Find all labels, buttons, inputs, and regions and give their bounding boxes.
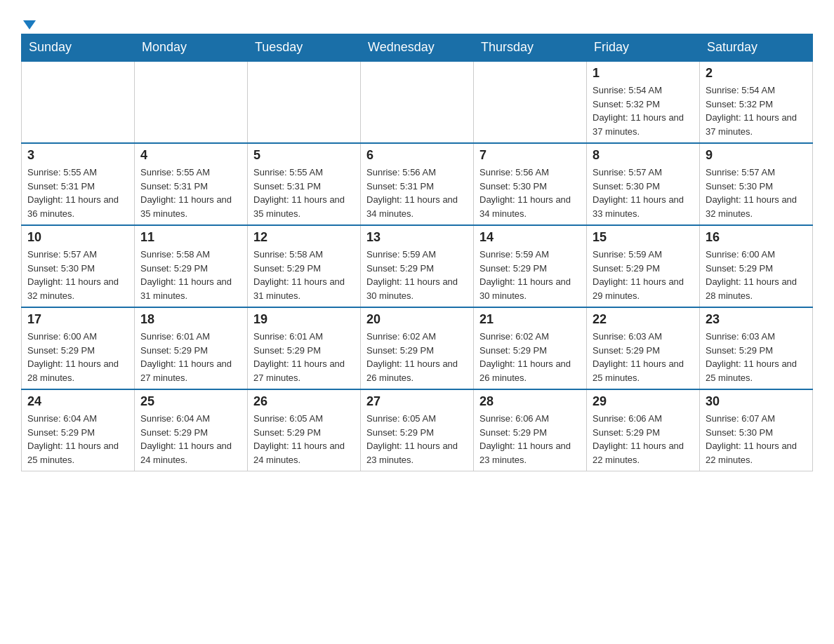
calendar-cell — [361, 61, 474, 143]
logo-triangle-icon — [23, 20, 36, 29]
day-number: 28 — [479, 394, 581, 409]
calendar-cell: 8Sunrise: 5:57 AM Sunset: 5:30 PM Daylig… — [587, 143, 700, 225]
calendar-cell: 19Sunrise: 6:01 AM Sunset: 5:29 PM Dayli… — [248, 307, 361, 389]
calendar-cell: 4Sunrise: 5:55 AM Sunset: 5:31 PM Daylig… — [135, 143, 248, 225]
day-info: Sunrise: 6:05 AM Sunset: 5:29 PM Dayligh… — [366, 412, 468, 467]
calendar-cell: 11Sunrise: 5:58 AM Sunset: 5:29 PM Dayli… — [135, 225, 248, 307]
weekday-header-friday: Friday — [587, 34, 700, 62]
calendar-cell: 9Sunrise: 5:57 AM Sunset: 5:30 PM Daylig… — [700, 143, 813, 225]
day-number: 7 — [479, 148, 581, 163]
day-number: 30 — [706, 394, 807, 409]
day-number: 2 — [706, 66, 807, 81]
day-info: Sunrise: 6:00 AM Sunset: 5:29 PM Dayligh… — [706, 248, 807, 302]
calendar-cell: 21Sunrise: 6:02 AM Sunset: 5:29 PM Dayli… — [474, 307, 587, 389]
day-info: Sunrise: 5:55 AM Sunset: 5:31 PM Dayligh… — [27, 166, 128, 220]
calendar-cell: 12Sunrise: 5:58 AM Sunset: 5:29 PM Dayli… — [248, 225, 361, 307]
day-number: 10 — [27, 230, 128, 245]
calendar-cell — [474, 61, 587, 143]
calendar-table: SundayMondayTuesdayWednesdayThursdayFrid… — [21, 34, 813, 471]
calendar-cell: 5Sunrise: 5:55 AM Sunset: 5:31 PM Daylig… — [248, 143, 361, 225]
calendar-cell: 30Sunrise: 6:07 AM Sunset: 5:30 PM Dayli… — [700, 389, 813, 471]
logo — [21, 14, 36, 27]
day-info: Sunrise: 6:00 AM Sunset: 5:29 PM Dayligh… — [27, 330, 128, 384]
weekday-header-tuesday: Tuesday — [248, 34, 361, 62]
day-number: 26 — [253, 394, 355, 409]
calendar-cell: 24Sunrise: 6:04 AM Sunset: 5:29 PM Dayli… — [22, 389, 135, 471]
day-number: 20 — [366, 312, 468, 327]
day-info: Sunrise: 6:06 AM Sunset: 5:29 PM Dayligh… — [479, 412, 581, 467]
calendar-cell: 7Sunrise: 5:56 AM Sunset: 5:30 PM Daylig… — [474, 143, 587, 225]
day-info: Sunrise: 5:55 AM Sunset: 5:31 PM Dayligh… — [253, 166, 355, 220]
day-info: Sunrise: 6:01 AM Sunset: 5:29 PM Dayligh… — [253, 330, 355, 384]
page-header — [21, 14, 813, 27]
calendar-cell: 15Sunrise: 5:59 AM Sunset: 5:29 PM Dayli… — [587, 225, 700, 307]
day-info: Sunrise: 6:07 AM Sunset: 5:30 PM Dayligh… — [706, 412, 807, 467]
day-info: Sunrise: 6:02 AM Sunset: 5:29 PM Dayligh… — [366, 330, 468, 384]
day-info: Sunrise: 5:54 AM Sunset: 5:32 PM Dayligh… — [593, 83, 694, 138]
day-number: 9 — [706, 148, 807, 163]
weekday-header-saturday: Saturday — [700, 34, 813, 62]
day-number: 5 — [253, 148, 355, 163]
week-row-1: 1Sunrise: 5:54 AM Sunset: 5:32 PM Daylig… — [22, 61, 813, 143]
week-row-5: 24Sunrise: 6:04 AM Sunset: 5:29 PM Dayli… — [22, 389, 813, 471]
day-number: 25 — [140, 394, 241, 409]
calendar-cell: 10Sunrise: 5:57 AM Sunset: 5:30 PM Dayli… — [22, 225, 135, 307]
calendar-cell: 18Sunrise: 6:01 AM Sunset: 5:29 PM Dayli… — [135, 307, 248, 389]
weekday-header-sunday: Sunday — [22, 34, 135, 62]
calendar-cell — [22, 61, 135, 143]
day-info: Sunrise: 5:58 AM Sunset: 5:29 PM Dayligh… — [253, 248, 355, 302]
day-info: Sunrise: 5:59 AM Sunset: 5:29 PM Dayligh… — [593, 248, 694, 302]
day-info: Sunrise: 5:57 AM Sunset: 5:30 PM Dayligh… — [27, 248, 128, 302]
day-number: 24 — [27, 394, 128, 409]
day-number: 16 — [706, 230, 807, 245]
day-number: 15 — [593, 230, 694, 245]
weekday-header-wednesday: Wednesday — [361, 34, 474, 62]
day-number: 6 — [366, 148, 468, 163]
day-info: Sunrise: 6:04 AM Sunset: 5:29 PM Dayligh… — [140, 412, 241, 467]
calendar-cell — [135, 61, 248, 143]
day-number: 11 — [140, 230, 241, 245]
week-row-3: 10Sunrise: 5:57 AM Sunset: 5:30 PM Dayli… — [22, 225, 813, 307]
calendar-cell — [248, 61, 361, 143]
day-info: Sunrise: 6:02 AM Sunset: 5:29 PM Dayligh… — [479, 330, 581, 384]
calendar-cell: 23Sunrise: 6:03 AM Sunset: 5:29 PM Dayli… — [700, 307, 813, 389]
day-number: 21 — [479, 312, 581, 327]
calendar-cell: 1Sunrise: 5:54 AM Sunset: 5:32 PM Daylig… — [587, 61, 700, 143]
day-number: 13 — [366, 230, 468, 245]
day-info: Sunrise: 6:03 AM Sunset: 5:29 PM Dayligh… — [593, 330, 694, 384]
calendar-cell: 25Sunrise: 6:04 AM Sunset: 5:29 PM Dayli… — [135, 389, 248, 471]
day-info: Sunrise: 5:56 AM Sunset: 5:31 PM Dayligh… — [366, 166, 468, 220]
day-info: Sunrise: 5:58 AM Sunset: 5:29 PM Dayligh… — [140, 248, 241, 302]
calendar-cell: 13Sunrise: 5:59 AM Sunset: 5:29 PM Dayli… — [361, 225, 474, 307]
day-number: 14 — [479, 230, 581, 245]
weekday-header-monday: Monday — [135, 34, 248, 62]
day-info: Sunrise: 6:06 AM Sunset: 5:29 PM Dayligh… — [593, 412, 694, 467]
calendar-cell: 17Sunrise: 6:00 AM Sunset: 5:29 PM Dayli… — [22, 307, 135, 389]
day-number: 29 — [593, 394, 694, 409]
day-info: Sunrise: 5:54 AM Sunset: 5:32 PM Dayligh… — [706, 83, 807, 138]
day-info: Sunrise: 5:55 AM Sunset: 5:31 PM Dayligh… — [140, 166, 241, 220]
day-number: 4 — [140, 148, 241, 163]
day-info: Sunrise: 5:57 AM Sunset: 5:30 PM Dayligh… — [593, 166, 694, 220]
day-number: 12 — [253, 230, 355, 245]
calendar-cell: 27Sunrise: 6:05 AM Sunset: 5:29 PM Dayli… — [361, 389, 474, 471]
day-number: 18 — [140, 312, 241, 327]
week-row-2: 3Sunrise: 5:55 AM Sunset: 5:31 PM Daylig… — [22, 143, 813, 225]
weekday-header-row: SundayMondayTuesdayWednesdayThursdayFrid… — [22, 34, 813, 62]
calendar-cell: 26Sunrise: 6:05 AM Sunset: 5:29 PM Dayli… — [248, 389, 361, 471]
day-number: 8 — [593, 148, 694, 163]
day-number: 23 — [706, 312, 807, 327]
day-info: Sunrise: 5:56 AM Sunset: 5:30 PM Dayligh… — [479, 166, 581, 220]
calendar-cell: 28Sunrise: 6:06 AM Sunset: 5:29 PM Dayli… — [474, 389, 587, 471]
day-info: Sunrise: 5:57 AM Sunset: 5:30 PM Dayligh… — [706, 166, 807, 220]
day-info: Sunrise: 6:01 AM Sunset: 5:29 PM Dayligh… — [140, 330, 241, 384]
calendar-cell: 6Sunrise: 5:56 AM Sunset: 5:31 PM Daylig… — [361, 143, 474, 225]
day-info: Sunrise: 5:59 AM Sunset: 5:29 PM Dayligh… — [366, 248, 468, 302]
day-number: 3 — [27, 148, 128, 163]
calendar-cell: 22Sunrise: 6:03 AM Sunset: 5:29 PM Dayli… — [587, 307, 700, 389]
day-number: 1 — [593, 66, 694, 81]
day-info: Sunrise: 6:03 AM Sunset: 5:29 PM Dayligh… — [706, 330, 807, 384]
week-row-4: 17Sunrise: 6:00 AM Sunset: 5:29 PM Dayli… — [22, 307, 813, 389]
day-number: 27 — [366, 394, 468, 409]
calendar-cell: 29Sunrise: 6:06 AM Sunset: 5:29 PM Dayli… — [587, 389, 700, 471]
